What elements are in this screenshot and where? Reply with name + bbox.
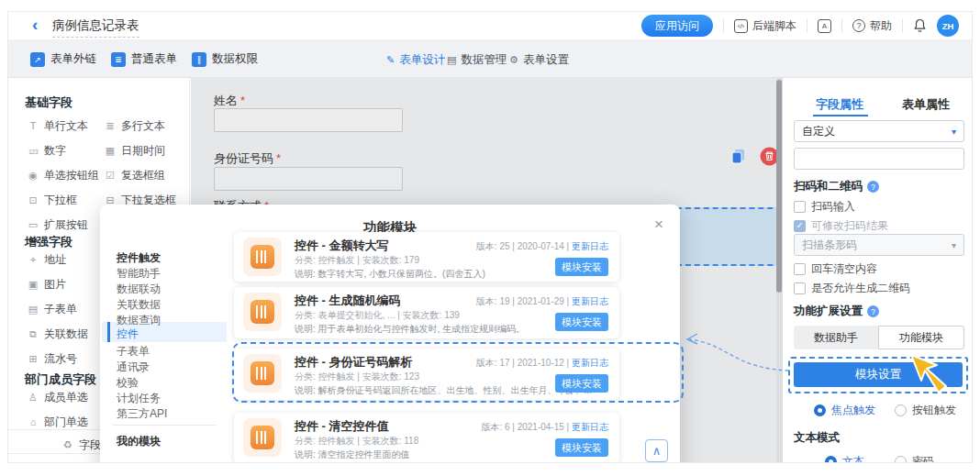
user-avatar[interactable]: ZH xyxy=(937,15,959,37)
category-item-control[interactable]: 控件 xyxy=(117,327,139,342)
module-card-random-code[interactable]: 控件 - 生成随机编码 版本: 19 | 2021-01-29 | 更新日志 分… xyxy=(234,287,619,338)
module-title: 控件 - 身份证号码解析 xyxy=(295,354,413,371)
field-item-serial-number[interactable]: ⊞流水号 xyxy=(27,351,77,367)
module-install-button[interactable]: 模块安装 xyxy=(555,258,608,276)
field-item-address[interactable]: ⌖地址 xyxy=(27,252,66,268)
category-item-data-linkage[interactable]: 数据联动 xyxy=(117,282,161,297)
field-item-label: 单行文本 xyxy=(44,119,88,132)
module-tile xyxy=(243,418,282,457)
checkbox-label: 可修改扫码结果 xyxy=(811,218,888,234)
changelog-link[interactable]: 更新日志 xyxy=(572,296,608,306)
field-item-checkbox-group[interactable]: ☑复选框组 xyxy=(104,168,165,183)
field-item-label: 下拉框 xyxy=(44,194,77,206)
category-item-smart-assistant[interactable]: 智能助手 xyxy=(117,266,161,282)
calendar-icon: ▦ xyxy=(104,145,117,157)
field-title-input[interactable] xyxy=(794,148,964,170)
help-button[interactable]: ? 帮助 xyxy=(852,18,892,34)
checkbox-editable-scan-result[interactable]: 可修改扫码结果 xyxy=(794,218,888,234)
id-number-input[interactable] xyxy=(214,167,403,191)
section-title-enhanced-fields: 增强字段 xyxy=(25,234,72,250)
changelog-link[interactable]: 更新日志 xyxy=(572,358,608,368)
radio[interactable] xyxy=(895,456,907,463)
scroll-top-button[interactable]: ∧ xyxy=(645,439,668,462)
app-access-button[interactable]: 应用访问 xyxy=(641,15,713,37)
field-item-linked-data[interactable]: ⧉关联数据 xyxy=(27,327,88,342)
category-item-control-trigger[interactable]: 控件触发 xyxy=(117,250,161,266)
checkbox-allow-qr-generate[interactable]: 是否允许生成二维码 xyxy=(794,281,910,296)
checkbox[interactable] xyxy=(794,282,806,294)
category-item-third-party-api[interactable]: 第三方API xyxy=(117,406,167,422)
question-icon: ? xyxy=(852,19,865,32)
field-item-datetime[interactable]: ▦日期时间 xyxy=(104,143,165,159)
segment-function-module[interactable]: 功能模块 xyxy=(878,326,964,349)
field-item-radio-group[interactable]: ◉单选按钮组 xyxy=(27,168,99,183)
tab-form-settings[interactable]: ⚙ 表单设置 xyxy=(509,52,569,68)
radio-selected[interactable] xyxy=(825,456,837,463)
field-item-dept-single[interactable]: ⌂部门单选 xyxy=(27,415,88,430)
module-title: 控件 - 生成随机编码 xyxy=(295,293,401,309)
changelog-link[interactable]: 更新日志 xyxy=(572,241,608,251)
checkbox-scan-input[interactable]: 扫码输入 xyxy=(794,199,855,215)
checkbox-clear-on-enter[interactable]: 回车清空内容 xyxy=(794,261,877,277)
segment-data-helper[interactable]: 数据助手 xyxy=(794,326,878,349)
field-item-image[interactable]: ▣图片 xyxy=(27,277,66,293)
field-item-subform[interactable]: ▤子表单 xyxy=(27,302,77,317)
close-icon[interactable]: × xyxy=(654,216,663,234)
radio-selected[interactable] xyxy=(814,404,826,416)
radio[interactable] xyxy=(895,404,907,416)
name-input[interactable] xyxy=(214,108,403,132)
checkbox[interactable] xyxy=(794,201,806,213)
tab-label: 表单设计 xyxy=(399,52,445,68)
properties-panel: 字段属性 表单属性 自定义▾ 扫码和二维码? 扫码输入 可修改扫码结果 扫描条形… xyxy=(782,78,973,463)
radio-text-mode[interactable]: 文本 xyxy=(825,454,864,463)
radio-button-trigger[interactable]: 按钮触发 xyxy=(895,403,956,418)
toolbar-item-form-external-link[interactable]: ↗ 表单外链 xyxy=(30,51,96,67)
radio-label: 焦点触发 xyxy=(831,403,875,418)
category-item-subform[interactable]: 子表单 xyxy=(117,344,150,360)
category-item-contacts[interactable]: 通讯录 xyxy=(117,360,150,375)
module-install-button[interactable]: 模块安装 xyxy=(555,374,608,393)
changelog-link[interactable]: 更新日志 xyxy=(572,422,608,432)
serial-icon: ⊞ xyxy=(27,353,39,365)
tab-field-properties[interactable]: 字段属性 xyxy=(816,96,863,113)
help-circle-icon[interactable]: ? xyxy=(867,305,879,317)
radio-focus-trigger[interactable]: 焦点触发 xyxy=(814,403,875,418)
tab-form-properties[interactable]: 表单属性 xyxy=(902,96,950,113)
field-item-label: 扩展按钮 xyxy=(44,218,88,231)
help-circle-icon[interactable]: ? xyxy=(867,181,879,193)
checkbox-checked[interactable] xyxy=(794,220,806,232)
toolbar-item-normal-form[interactable]: ≣ 普通表单 xyxy=(111,51,177,67)
tab-form-design[interactable]: ✎ 表单设计 xyxy=(386,52,445,68)
category-item-scheduled-task[interactable]: 计划任务 xyxy=(117,391,161,406)
checkbox[interactable] xyxy=(794,263,806,275)
backend-script-button[interactable]: ‹/› 后端脚本 xyxy=(734,18,796,34)
toolbar-item-data-permission[interactable]: ∥ 数据权限 xyxy=(192,51,258,67)
field-item-extend-button[interactable]: ▭扩展按钮 xyxy=(27,217,88,233)
subform-icon: ▤ xyxy=(27,304,39,315)
module-card-amount-to-words[interactable]: 控件 - 金额转大写 版本: 25 | 2020-07-14 | 更新日志 分类… xyxy=(234,232,619,282)
translate-button[interactable]: A xyxy=(818,19,831,33)
module-card-clear-value[interactable]: 控件 - 清空控件值 版本: 6 | 2021-04-15 | 更新日志 分类:… xyxy=(234,413,619,463)
radio-password-mode[interactable]: 密码 xyxy=(895,454,934,463)
tab-data-management[interactable]: ▤ 数据管理 xyxy=(447,52,507,68)
field-item-multi-line-text[interactable]: ≣多行文本 xyxy=(104,118,165,134)
module-settings-button[interactable]: 模块设置 xyxy=(794,362,963,387)
field-item-member-single[interactable]: ♙成员单选 xyxy=(27,390,88,405)
custom-type-select[interactable]: 自定义▾ xyxy=(794,120,964,142)
selected-category-bar xyxy=(107,322,110,342)
section-title-basic-fields: 基础字段 xyxy=(25,94,72,111)
category-item-my-modules[interactable]: 我的模块 xyxy=(117,434,161,449)
notification-button[interactable] xyxy=(913,18,927,33)
copy-field-icon[interactable] xyxy=(729,147,748,166)
category-item-validation[interactable]: 校验 xyxy=(117,375,139,391)
field-item-dropdown[interactable]: ⊡下拉框 xyxy=(27,193,77,208)
module-card-id-number-parse[interactable]: 控件 - 身份证号码解析 版本: 17 | 2021-10-12 | 更新日志 … xyxy=(234,349,619,400)
back-button[interactable]: ‹ xyxy=(32,15,38,35)
category-item-linked-data[interactable]: 关联数据 xyxy=(117,297,161,313)
barcode-type-select[interactable]: 扫描条形码▾ xyxy=(794,234,964,256)
field-item-single-line-text[interactable]: T单行文本 xyxy=(27,118,88,134)
module-install-button[interactable]: 模块安装 xyxy=(555,438,608,457)
field-item-number[interactable]: 123数字 xyxy=(27,143,66,159)
module-install-button[interactable]: 模块安装 xyxy=(555,313,608,331)
field-item-label: 多行文本 xyxy=(121,119,165,132)
